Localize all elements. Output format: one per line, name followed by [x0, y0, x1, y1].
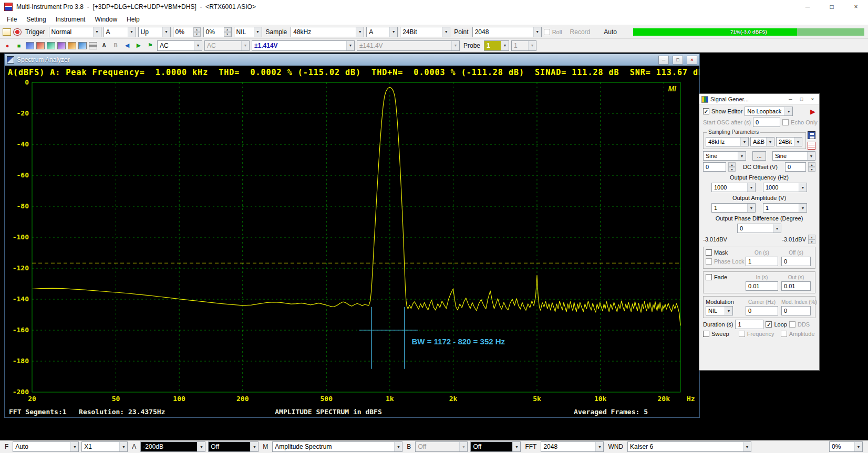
spectrum-plot[interactable]: 0-20-40-60-80-100-120-140-160-180-200205…: [5, 79, 699, 406]
chevron-down-icon[interactable]: ▼: [766, 138, 774, 146]
a-range-select[interactable]: -200dB▼: [140, 441, 205, 452]
modulation-type-select[interactable]: NIL▼: [706, 306, 733, 315]
main-titlebar[interactable]: Multi-Instrument Pro 3.8 - [+3DP+DLG+LCR…: [0, 0, 868, 14]
trigger-mode-select[interactable]: Normal▼: [49, 27, 101, 37]
input-range-a-select[interactable]: ±1.414V▼: [252, 40, 355, 51]
loop-checkbox[interactable]: ✓Loop: [766, 321, 787, 328]
waveform-editor-icon[interactable]: [808, 142, 815, 150]
chevron-down-icon[interactable]: ▼: [740, 138, 748, 146]
dc-offset-a-input[interactable]: 0: [703, 162, 726, 172]
coupling-a-select[interactable]: AC▼: [157, 40, 202, 51]
flag-icon[interactable]: ⚑: [146, 41, 155, 50]
bit-depth-select[interactable]: 24Bit▼: [400, 27, 450, 37]
chevron-down-icon[interactable]: ▼: [162, 27, 170, 37]
chevron-down-icon[interactable]: ▼: [501, 41, 509, 50]
x-zoom-select[interactable]: X1▼: [81, 441, 128, 452]
waveform-a-select[interactable]: Sine▼: [703, 151, 746, 161]
chevron-down-icon[interactable]: ▼: [197, 442, 205, 451]
show-editor-checkbox[interactable]: ✓Show Editor: [703, 108, 742, 114]
spectrum-analyzer-titlebar[interactable]: Spectrum Analyzer ─ □ ×: [5, 54, 699, 66]
spinner-buttons[interactable]: ▴▾: [224, 27, 231, 37]
stop-icon[interactable]: ■: [14, 41, 24, 50]
fade-checkbox[interactable]: Fade: [706, 274, 742, 280]
chevron-down-icon[interactable]: ▼: [533, 27, 541, 37]
b-processing-select[interactable]: Off▼: [470, 441, 521, 452]
dc-offset-b-spinner[interactable]: ▴▾: [808, 162, 815, 172]
browse-waveform-button[interactable]: ...: [752, 151, 766, 161]
chevron-down-icon[interactable]: ▼: [794, 138, 802, 146]
generator-rate-select[interactable]: 48kHz▼: [706, 137, 749, 146]
spinner-down-icon[interactable]: ▾: [224, 32, 231, 37]
spinner-up-icon[interactable]: ▴: [728, 162, 736, 167]
a-processing-select[interactable]: Off▼: [208, 441, 259, 452]
sampling-channel-select[interactable]: A▼: [366, 27, 398, 37]
chevron-down-icon[interactable]: ▼: [528, 41, 536, 50]
frequency-b-input[interactable]: 1000▼: [763, 183, 807, 192]
minimize-button[interactable]: ─: [658, 56, 669, 65]
chevron-down-icon[interactable]: ▼: [459, 442, 467, 451]
close-button[interactable]: ×: [808, 96, 817, 103]
signal-generator-titlebar[interactable]: Signal Gener... ─ □ ×: [699, 94, 819, 105]
dc-offset-b-input[interactable]: 0: [785, 162, 806, 172]
chevron-down-icon[interactable]: ▼: [241, 41, 249, 50]
spinner-up-icon[interactable]: ▴: [224, 27, 231, 32]
chevron-down-icon[interactable]: ▼: [725, 307, 732, 315]
trigger-hpf-select[interactable]: NIL▼: [234, 27, 262, 37]
phase-difference-select[interactable]: 0▼: [737, 224, 781, 233]
spinner-down-icon[interactable]: ▾: [728, 167, 736, 172]
close-button[interactable]: ×: [687, 56, 697, 65]
chevron-down-icon[interactable]: ▼: [254, 27, 262, 37]
spinner-buttons[interactable]: ▴▾: [193, 27, 201, 37]
trigger-edge-select[interactable]: Up▼: [138, 27, 171, 37]
generator-bits-select[interactable]: 24Bit▼: [776, 137, 802, 146]
chevron-down-icon[interactable]: ▼: [807, 152, 815, 160]
chevron-down-icon[interactable]: ▼: [738, 152, 746, 160]
chevron-down-icon[interactable]: ▼: [346, 41, 354, 50]
chevron-down-icon[interactable]: ▼: [747, 183, 755, 192]
duration-input[interactable]: 1: [735, 320, 763, 329]
menu-instrument[interactable]: Instrument: [51, 16, 90, 23]
spinner-down-icon[interactable]: ▾: [808, 239, 815, 244]
chevron-down-icon[interactable]: ▼: [512, 442, 520, 451]
menu-setting[interactable]: Setting: [22, 16, 50, 23]
chevron-down-icon[interactable]: ▼: [799, 204, 807, 212]
generator-channels-select[interactable]: A&B▼: [750, 137, 774, 146]
spectrum-analyzer-icon[interactable]: [36, 42, 45, 49]
chevron-down-icon[interactable]: ▼: [595, 442, 603, 451]
probe-a-select[interactable]: 1▼: [484, 40, 509, 51]
generator-start-button[interactable]: ▶: [810, 108, 815, 115]
chevron-down-icon[interactable]: ▼: [854, 442, 862, 451]
label-a-icon[interactable]: A: [99, 41, 109, 50]
spectrum-3d-plot-icon[interactable]: [57, 42, 66, 49]
frequency-a-input[interactable]: 1000▼: [711, 183, 756, 192]
oscilloscope-icon[interactable]: [26, 42, 34, 49]
chevron-down-icon[interactable]: ▼: [773, 224, 781, 233]
maximize-button[interactable]: □: [797, 96, 806, 103]
sampling-rate-select[interactable]: 48kHz▼: [291, 27, 364, 37]
amplitude-fine-spinner[interactable]: ▴▾: [808, 235, 815, 244]
restore-button[interactable]: □: [673, 56, 683, 65]
amplitude-a-input[interactable]: 1▼: [711, 203, 756, 213]
chevron-down-icon[interactable]: ▼: [194, 41, 202, 50]
spinner-up-icon[interactable]: ▴: [808, 162, 815, 167]
freq-axis-select[interactable]: Auto▼: [13, 441, 79, 452]
data-logger-icon[interactable]: [68, 42, 76, 49]
chevron-down-icon[interactable]: ▼: [394, 442, 402, 451]
speaker-icon[interactable]: ◀: [122, 41, 132, 50]
play-icon[interactable]: ▶: [134, 41, 143, 50]
minimize-button[interactable]: ─: [786, 96, 795, 103]
sweep-checkbox[interactable]: Sweep: [703, 331, 729, 337]
overlap-select[interactable]: 0%▼: [829, 441, 863, 452]
menu-window[interactable]: Window: [90, 16, 122, 23]
chevron-down-icon[interactable]: ▼: [743, 442, 751, 451]
record-length-select[interactable]: 2048▼: [472, 27, 542, 37]
run-icon[interactable]: ●: [3, 41, 12, 50]
display-mode-select[interactable]: Amplitude Spectrum▼: [272, 441, 402, 452]
device-test-plan-icon[interactable]: [78, 42, 87, 49]
chevron-down-icon[interactable]: ▼: [747, 204, 755, 212]
mask-checkbox[interactable]: Mask: [706, 249, 742, 256]
fft-size-select[interactable]: 2048▼: [541, 441, 604, 452]
chevron-down-icon[interactable]: ▼: [70, 442, 78, 451]
minimize-button[interactable]: ─: [795, 0, 820, 14]
maximize-button[interactable]: □: [820, 0, 844, 14]
